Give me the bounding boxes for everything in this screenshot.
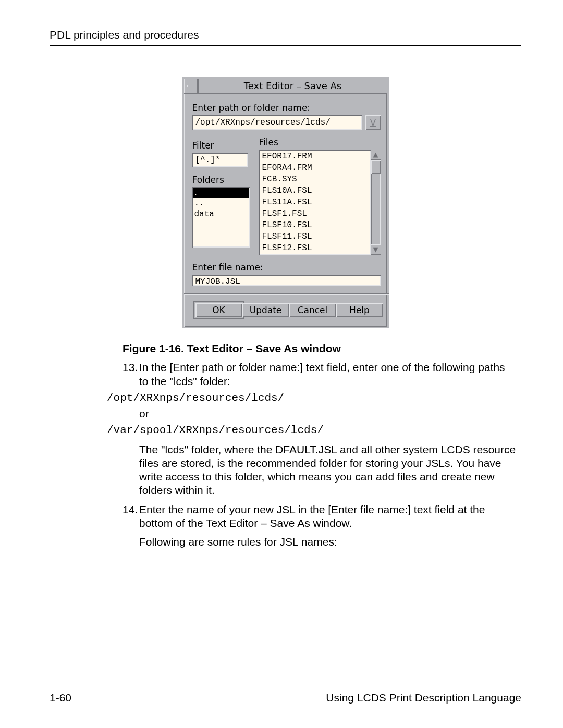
path-label: Enter path or folder name: — [192, 103, 381, 113]
file-item[interactable]: FCB.SYS — [262, 174, 368, 185]
file-item[interactable]: FLS10A.FSL — [262, 185, 368, 196]
filter-input[interactable]: [^.]* — [192, 153, 248, 167]
files-list[interactable]: EFOR17.FRM EFORA4.FRM FCB.SYS FLS10A.FSL… — [259, 150, 371, 255]
step-number: 13. — [123, 361, 139, 388]
update-button[interactable]: Update — [242, 303, 289, 317]
folder-item-selected[interactable]: . — [193, 188, 249, 198]
section-header: PDL principles and procedures — [50, 29, 521, 46]
files-scrollbar[interactable]: ▲ ▼ — [371, 150, 381, 255]
rules-intro: Following are some rules for JSL names: — [139, 535, 516, 549]
file-item[interactable]: FLSF11.FSL — [262, 231, 368, 242]
files-label: Files — [259, 137, 381, 147]
dialog-title: Text Editor – Save As — [199, 79, 387, 93]
ok-button[interactable]: OK — [195, 303, 242, 317]
scroll-down-icon[interactable]: ▼ — [371, 244, 381, 255]
dialog-button-row: OK Update Cancel Help — [192, 295, 381, 325]
folder-item[interactable]: .. — [194, 198, 248, 209]
filename-label: Enter file name: — [192, 262, 381, 273]
file-item[interactable]: FLSF1.FSL — [262, 208, 368, 219]
filter-label: Filter — [192, 140, 254, 151]
folder-item[interactable]: data — [194, 209, 248, 220]
cancel-button[interactable]: Cancel — [289, 303, 336, 317]
page-number: 1-60 — [50, 692, 71, 704]
file-item[interactable]: EFORA4.FRM — [262, 162, 368, 174]
window-menu-button[interactable] — [184, 79, 199, 93]
code-path-2: /var/spool/XRXnps/resources/lcds/ — [107, 424, 516, 437]
filename-input[interactable]: MYJOB.JSL — [192, 275, 381, 286]
figure-caption: Figure 1-16. Text Editor – Save As windo… — [123, 342, 516, 355]
step-14: 14. Enter the name of your new JSL in th… — [123, 503, 516, 530]
dialog-titlebar: Text Editor – Save As — [184, 79, 387, 94]
step-text: Enter the name of your new JSL in the [E… — [139, 503, 516, 530]
help-button[interactable]: Help — [336, 303, 383, 317]
page-footer: 1-60 Using LCDS Print Description Langua… — [50, 686, 521, 704]
body-text: Figure 1-16. Text Editor – Save As windo… — [123, 342, 516, 549]
step-text: In the [Enter path or folder name:] text… — [139, 361, 516, 388]
path-input[interactable]: /opt/XRXnps/resources/lcds/ — [192, 115, 362, 130]
book-title: Using LCDS Print Description Language — [326, 692, 521, 704]
or-text: or — [139, 407, 516, 421]
folders-label: Folders — [192, 175, 254, 185]
save-as-dialog: Text Editor – Save As Enter path or fold… — [182, 77, 389, 328]
step-number: 14. — [123, 503, 139, 530]
scroll-thumb[interactable] — [371, 160, 381, 174]
file-item[interactable]: FLSF10.FSL — [262, 219, 368, 231]
file-item[interactable]: FLS11A.FSL — [262, 196, 368, 208]
path-dropdown-button[interactable]: V — [365, 115, 381, 130]
file-item[interactable]: FLSF12.FSL — [262, 242, 368, 254]
code-path-1: /opt/XRXnps/resources/lcds/ — [107, 391, 516, 405]
figure-container: Text Editor – Save As Enter path or fold… — [50, 77, 521, 328]
file-item[interactable]: EFOR17.FRM — [262, 151, 368, 162]
lcds-paragraph: The "lcds" folder, where the DFAULT.JSL … — [139, 443, 516, 498]
step-13: 13. In the [Enter path or folder name:] … — [123, 361, 516, 388]
scroll-up-icon[interactable]: ▲ — [371, 150, 381, 160]
folders-list[interactable]: . .. data — [192, 187, 250, 248]
